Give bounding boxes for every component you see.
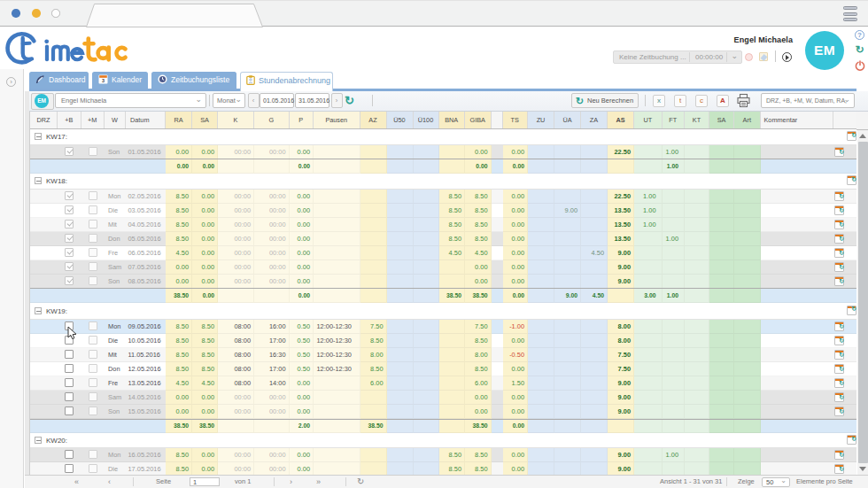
svg-text:3: 3 <box>102 78 105 83</box>
